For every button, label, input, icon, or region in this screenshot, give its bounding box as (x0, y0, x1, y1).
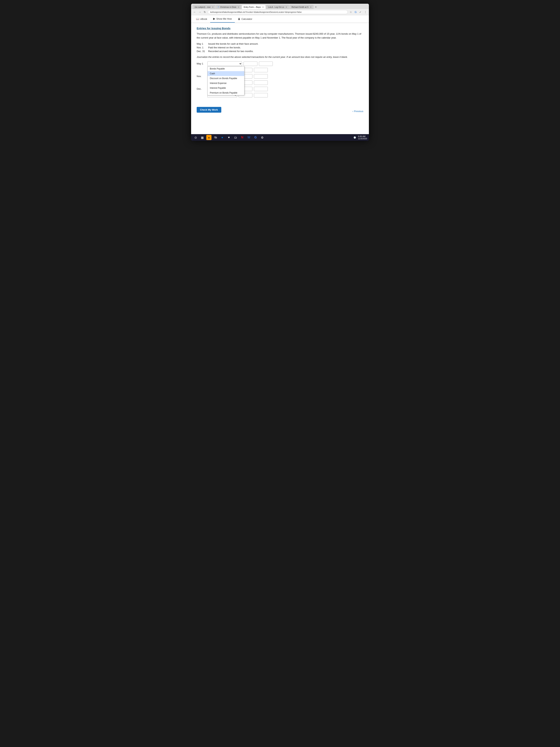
taskbar-right: 🕐 9:06 AM 11/3/2020 (353, 135, 367, 140)
files-icon[interactable]: 🗂 (233, 135, 238, 140)
date-dec: Dec. (197, 87, 206, 90)
task-view-button[interactable]: ▦ (199, 135, 205, 140)
transaction-date: Nov. 1 (197, 46, 206, 49)
dropdown-item-bonds[interactable]: Bonds Payable (208, 66, 244, 71)
debit-input-1[interactable] (243, 61, 258, 66)
dropdown-item-discount[interactable]: Discount on Bonds Payable (208, 76, 244, 81)
amazon-icon[interactable]: a (206, 135, 212, 140)
credit-input-6[interactable] (254, 93, 268, 98)
bookmark-button[interactable]: ☆ (349, 10, 353, 14)
tab-christmas[interactable]: f Christmas in Dixie ✕ (216, 5, 241, 9)
facebook-icon: f (218, 6, 218, 8)
tab-close-icon[interactable]: ✕ (262, 6, 264, 8)
new-tab-button[interactable]: + (314, 5, 318, 9)
account-select-1[interactable]: Bonds Payable Cash Discount on Bonds Pay… (207, 61, 242, 66)
instruction-text: Journalize the entries to record the abo… (197, 56, 363, 58)
tab-close-icon[interactable]: ✕ (286, 6, 287, 8)
forward-button[interactable]: → (198, 10, 202, 14)
back-button[interactable]: ← (193, 10, 197, 14)
dropdown-item-cash[interactable]: Cash (208, 71, 244, 76)
netflix-icon[interactable]: N (240, 135, 245, 140)
tab-no-subject[interactable]: (no subject) - mor ✕ (193, 5, 216, 9)
clock-icon: 🕐 (353, 136, 356, 139)
date-may1: May 1 (197, 62, 206, 65)
credit-input-5[interactable] (254, 87, 268, 91)
account-dropdown-container: Bonds Payable Cash Discount on Bonds Pay… (207, 61, 242, 66)
credit-input-3[interactable] (254, 74, 268, 79)
ebook-button[interactable]: 📖 eBook (193, 16, 210, 22)
edge-icon[interactable]: ● (220, 135, 225, 140)
start-button[interactable]: ⊙ (193, 135, 198, 140)
calculator-button[interactable]: 🖩 Calculator (235, 16, 256, 22)
tab-close-icon[interactable]: ✕ (310, 6, 312, 8)
play-icon: ▶ (213, 17, 215, 20)
tab-close-icon[interactable]: ✕ (238, 6, 239, 8)
word-icon[interactable]: W (246, 135, 251, 140)
address-input[interactable] (208, 10, 348, 14)
hearts-icon[interactable]: ♥ (226, 135, 232, 140)
tab-entry-form[interactable]: Entry Form – Bayo ✕ (242, 5, 266, 9)
tab-close-icon[interactable]: ✕ (212, 6, 214, 8)
transaction-desc: Recorded accrued interest for two months… (208, 50, 254, 53)
address-bar-row: ← → ↻ ☆ G ✓ ⋮ (191, 9, 369, 15)
problem-text: Thomson Co. produces and distributes sem… (197, 32, 363, 40)
dropdown-menu: Bonds Payable Cash Discount on Bonds Pay… (207, 66, 244, 96)
journal-row-may1: May 1 Bonds Payable Cash Discount on Bon… (197, 61, 363, 66)
menu-button[interactable]: ⋮ (363, 10, 367, 14)
chevron-left-icon: ‹ (352, 110, 353, 113)
app-toolbar: 📖 eBook ▶ Show Me How 🖩 Calculator (191, 15, 369, 23)
settings-icon[interactable]: ⚙ (260, 135, 265, 140)
main-content: Entries for Issuing Bonds Thomson Co. pr… (191, 23, 369, 134)
dropdown-item-interest-expense[interactable]: Interest Expense (208, 81, 244, 85)
tab-lola[interactable]: LoLA - Log On Lo ✕ (266, 5, 289, 9)
transaction-list: May 1 Issued the bonds for cash at their… (197, 43, 363, 53)
dropdown-item-premium[interactable]: Premium on Bonds Payable (208, 91, 244, 95)
transaction-item: May 1 Issued the bonds for cash at their… (197, 43, 363, 45)
taskbar-left: ⊙ ▦ a 🛍 ● ♥ 🗂 N W G ⚙ (193, 135, 265, 140)
tab-bar: (no subject) - mor ✕ f Christmas in Dixi… (191, 4, 369, 9)
extensions-button[interactable]: ✓ (358, 10, 362, 14)
transaction-date: Dec. 31 (197, 50, 206, 53)
refresh-button[interactable]: ↻ (203, 10, 207, 14)
journal-form: May 1 Bonds Payable Cash Discount on Bon… (197, 61, 363, 98)
credit-input-1[interactable] (259, 61, 273, 66)
transaction-desc: Issued the bonds for cash at their face … (208, 43, 258, 45)
show-me-how-button[interactable]: ▶ Show Me How (210, 15, 235, 23)
transaction-desc: Paid the interest on the bonds. (208, 46, 241, 49)
taskbar: ⊙ ▦ a 🛍 ● ♥ 🗂 N W G ⚙ 🕐 9:06 AM 11/3/202… (191, 134, 369, 141)
chrome-icon[interactable]: G (253, 135, 258, 140)
store-icon[interactable]: 🛍 (213, 135, 218, 140)
check-my-work-button[interactable]: Check My Work (197, 107, 221, 113)
credit-input-4[interactable] (254, 80, 268, 85)
datetime-display: 9:06 AM 11/3/2020 (358, 135, 367, 140)
calculator-icon: 🖩 (238, 18, 241, 21)
tab-richard[interactable]: Richard Smith at S ✕ (289, 5, 314, 9)
book-icon: 📖 (196, 17, 199, 21)
section-title: Entries for Issuing Bonds (197, 27, 363, 30)
dropdown-item-interest-payable[interactable]: Interest Payable (208, 85, 244, 91)
date-nov: Nov. (197, 75, 206, 78)
transaction-item: Dec. 31 Recorded accrued interest for tw… (197, 50, 363, 53)
transaction-item: Nov. 1 Paid the interest on the bonds. (197, 46, 363, 49)
profile-button[interactable]: G (354, 10, 357, 14)
previous-button[interactable]: ‹ Previous (352, 110, 363, 113)
credit-input-2[interactable] (254, 68, 268, 72)
transaction-date: May 1 (197, 43, 206, 45)
